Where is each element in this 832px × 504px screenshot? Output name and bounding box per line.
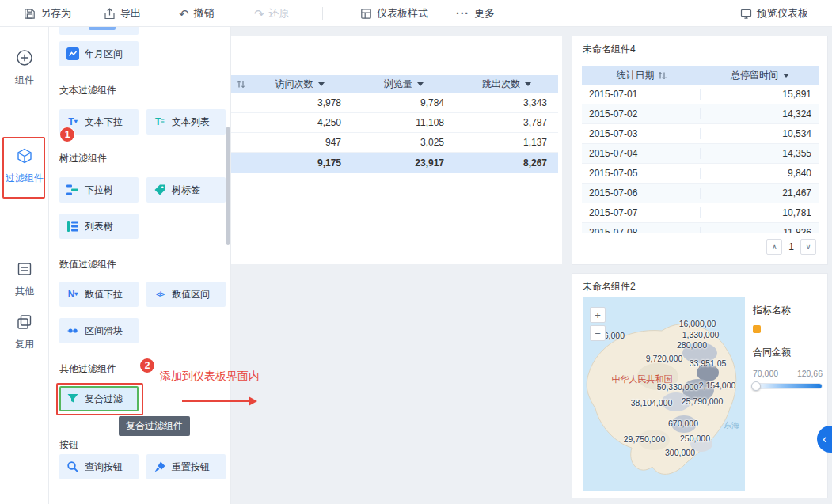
value-cell: 3,025 [352,137,455,148]
sidebar-item-components[interactable]: 组件 [0,49,49,87]
component4-header: 统计日期 总停留时间 [582,66,819,85]
undo-button[interactable]: ↶ 撤销 [179,0,215,27]
table-row: 2015-07-0621,467 [582,184,819,203]
more-icon: ··· [456,7,469,20]
clipped-icon [89,27,116,30]
export-icon [104,8,116,20]
save-as-label: 另存为 [40,6,71,21]
value-cell: 3,343 [455,97,558,108]
filter-button-reset-button[interactable]: 重置按钮 [146,454,226,479]
table-row: 2015-07-0414,355 [582,144,819,164]
group-title-text-filters: 文本过滤组件 [59,84,116,97]
more-label: 更多 [474,6,495,21]
table-row: 4,250 11,108 3,787 [231,113,558,133]
legend-min-value: 70,000 [753,369,778,378]
column-header-stay-time[interactable]: 总停留时间 [701,69,819,82]
annotation-badge-1: 1 [60,127,74,142]
panel-scrollbar-thumb[interactable] [226,127,230,245]
value-cell: 10,781 [701,207,819,218]
date-cell: 2015-07-07 [582,207,701,218]
value-cell: 14,355 [701,148,819,159]
value-cell: 10,534 [701,128,819,139]
table-row: 2015-07-0115,891 [582,85,819,104]
text-dropdown-icon: T▾ [66,116,79,128]
filter-button-numeric-range[interactable]: </> 数值区间 [146,282,226,307]
filter-button-label: 列表树 [85,220,113,233]
legend-max-value: 120,66 [797,369,823,378]
group-title-tree-filters: 树过滤组件 [59,152,107,165]
map-zoom-in-button[interactable]: + [590,307,606,323]
summary-row: 9,175 23,917 8,267 [231,153,558,173]
layers-icon [16,313,33,331]
redo-label: 还原 [269,6,290,21]
filter-button-label: 查询按钮 [85,460,123,474]
magnifier-icon [66,460,79,473]
dashboard-style-button[interactable]: 仪表板样式 [360,0,428,27]
component4-rows: 2015-07-0115,891 2015-07-0214,324 2015-0… [582,85,819,233]
column-header-pageviews[interactable]: 浏览量 [352,75,455,93]
value-cell: 11,108 [352,117,455,128]
filter-button-dropdown-tree[interactable]: 下拉树 [59,177,139,203]
map-zoom-out-button[interactable]: − [590,325,606,341]
column-label: 跳出次数 [482,78,520,91]
filter-button-numeric-dropdown[interactable]: N▾ 数值下拉 [59,282,139,307]
page-up-button[interactable]: ∧ [766,239,782,255]
filter-button-year-month-range[interactable]: 年月区间 [59,41,139,66]
dashboard-canvas: 访问次数 浏览量 跳出次数 3,978 9,784 3,343 [231,27,832,504]
list-tree-icon [66,220,79,233]
map-value-label: 25,790,000 [682,396,724,406]
filter-button-text-list[interactable]: T≡ 文本列表 [146,109,226,135]
component4-table: 统计日期 总停留时间 2015-07-0115,891 2015-07-0214… [582,66,819,233]
column-label: 统计日期 [617,69,655,82]
text-list-icon: T≡ [154,116,166,128]
undo-icon: ↶ [179,8,189,20]
annotation-arrow-head [249,396,257,406]
sort-icon [237,80,245,89]
redo-button[interactable]: ↷ 还原 [254,0,290,27]
value-cell: 3,787 [455,117,558,128]
save-as-button[interactable]: 另存为 [24,0,71,27]
value-cell: 11,836 [701,227,819,233]
widget-title: 未命名组件4 [583,43,636,56]
filter-button-label: 文本列表 [172,116,210,129]
chevron-left-icon: ‹ [823,432,826,446]
sidebar-item-reuse[interactable]: 复用 [0,313,49,351]
value-cell: 3,978 [247,97,352,108]
export-button[interactable]: 导出 [104,0,141,27]
filter-button-tree-tag[interactable]: 树标签 [146,177,226,203]
redo-icon: ↷ [254,8,264,20]
china-map[interactable]: + − 16,000,00 1,330,000 280,000 46,000 9… [583,297,745,491]
column-header-date[interactable]: 统计日期 [582,69,701,82]
hidden-column-sort-header[interactable] [231,75,247,93]
map-shapes [583,297,745,491]
map-value-label: 280,000 [677,340,707,350]
pagination: ∧ 1 ∨ [766,239,816,255]
date-cell: 2015-07-05 [582,168,701,179]
filter-button-query-button[interactable]: 查询按钮 [59,454,139,479]
brush-icon [154,460,166,473]
column-header-visits[interactable]: 访问次数 [247,75,352,93]
sidebar-item-other[interactable]: 其他 [0,260,49,298]
summary-cell: 9,175 [247,157,352,169]
date-cell: 2015-07-01 [582,89,701,100]
filter-button-list-tree[interactable]: 列表树 [59,214,139,239]
table-row: 2015-07-0811,836 [582,223,819,233]
legend-slider-knob[interactable] [751,381,761,391]
preview-dashboard-button[interactable]: 预览仪表板 [740,0,808,27]
page-number: 1 [788,241,794,252]
more-button[interactable]: ··· 更多 [456,0,495,27]
clipped-filter-button[interactable] [59,27,139,35]
value-cell: 21,467 [701,188,819,199]
page-down-button[interactable]: ∨ [800,239,816,255]
filter-button-range-slider[interactable]: 区间滑块 [59,318,139,343]
filter-caret-icon [783,74,789,78]
column-header-bounces[interactable]: 跳出次数 [455,75,558,93]
dashboard-designer: 另存为 导出 ↶ 撤销 ↷ 还原 仪表板样式 ··· 更多 预览仪表板 [0,0,832,504]
sea-name-label: 东海 [724,420,739,431]
value-cell: 1,137 [455,137,558,148]
column-label: 总停留时间 [731,69,778,82]
toolbar-divider [322,7,323,20]
top-toolbar: 另存为 导出 ↶ 撤销 ↷ 还原 仪表板样式 ··· 更多 预览仪表板 [0,0,832,27]
table-row: 2015-07-0710,781 [582,203,819,223]
export-label: 导出 [120,6,141,21]
